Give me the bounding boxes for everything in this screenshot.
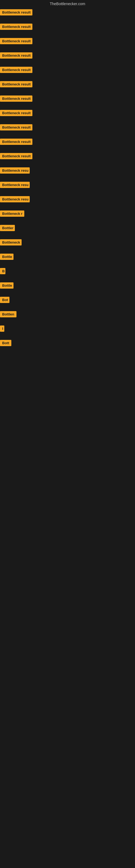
bottleneck-item: Bot [0, 295, 135, 310]
bottleneck-item: Bottleneck result [0, 65, 135, 80]
bottleneck-item: Bottle [0, 252, 135, 267]
bottleneck-badge[interactable]: Bottleneck resu [0, 167, 30, 174]
bottleneck-badge[interactable]: Bottleneck result [0, 110, 32, 116]
bottleneck-badge[interactable]: Bot [0, 297, 9, 303]
bottleneck-badge[interactable]: Bottleneck result [0, 52, 32, 59]
bottleneck-item: Bottleneck [0, 238, 135, 252]
bottleneck-badge[interactable]: Bottle [0, 254, 13, 260]
bottleneck-badge[interactable]: Bottlen [0, 311, 16, 317]
bottleneck-badge[interactable]: Bottler [0, 225, 15, 231]
bottleneck-item: Bottleneck result [0, 80, 135, 94]
bottleneck-badge[interactable]: Bottleneck r [0, 211, 24, 217]
bottleneck-item: Bottlen [0, 310, 135, 324]
bottleneck-badge[interactable]: Bottleneck result [0, 9, 32, 16]
bottleneck-badge[interactable]: Bott [0, 340, 11, 346]
bottleneck-badge[interactable]: Bottle [0, 282, 13, 289]
bottleneck-badge[interactable]: Bottleneck result [0, 38, 32, 44]
bottleneck-badge[interactable]: Bottleneck result [0, 81, 32, 87]
bottleneck-badge[interactable]: Bottleneck result [0, 67, 32, 73]
site-title: TheBottlenecker.com [0, 0, 135, 8]
bottleneck-item: Bottleneck result [0, 123, 135, 137]
bottleneck-item: Bottleneck r [0, 209, 135, 223]
bottleneck-badge[interactable]: Bottleneck [0, 239, 21, 246]
bottleneck-item: Bottleneck result [0, 137, 135, 151]
bottleneck-badge[interactable]: I [0, 326, 4, 332]
bottleneck-item: Bottleneck resu [0, 194, 135, 209]
bottleneck-item: Bottleneck resu [0, 180, 135, 194]
bottleneck-item: Bott [0, 338, 135, 352]
bottleneck-item: Bottler [0, 223, 135, 238]
bottleneck-badge[interactable]: Bottleneck result [0, 153, 32, 159]
bottleneck-badge[interactable]: Bottleneck result [0, 24, 32, 30]
bottleneck-item: Bottleneck result [0, 22, 135, 36]
bottleneck-badge[interactable]: Bottleneck result [0, 124, 32, 130]
bottleneck-item: Bottleneck result [0, 151, 135, 166]
bottleneck-badge[interactable]: B [0, 268, 5, 274]
bottleneck-badge[interactable]: Bottleneck resu [0, 196, 30, 203]
bottleneck-item: Bottleneck result [0, 8, 135, 22]
bottleneck-item: I [0, 324, 135, 338]
bottleneck-item: Bottleneck resu [0, 166, 135, 180]
bottleneck-item: Bottleneck result [0, 94, 135, 108]
bottleneck-item: Bottle [0, 281, 135, 295]
bottleneck-badge[interactable]: Bottleneck resu [0, 182, 30, 188]
bottleneck-item: Bottleneck result [0, 36, 135, 51]
bottleneck-item: Bottleneck result [0, 108, 135, 123]
bottleneck-badge[interactable]: Bottleneck result [0, 138, 32, 145]
bottleneck-badge[interactable]: Bottleneck result [0, 95, 32, 102]
bottleneck-item: Bottleneck result [0, 51, 135, 65]
bottleneck-item: B [0, 267, 135, 281]
